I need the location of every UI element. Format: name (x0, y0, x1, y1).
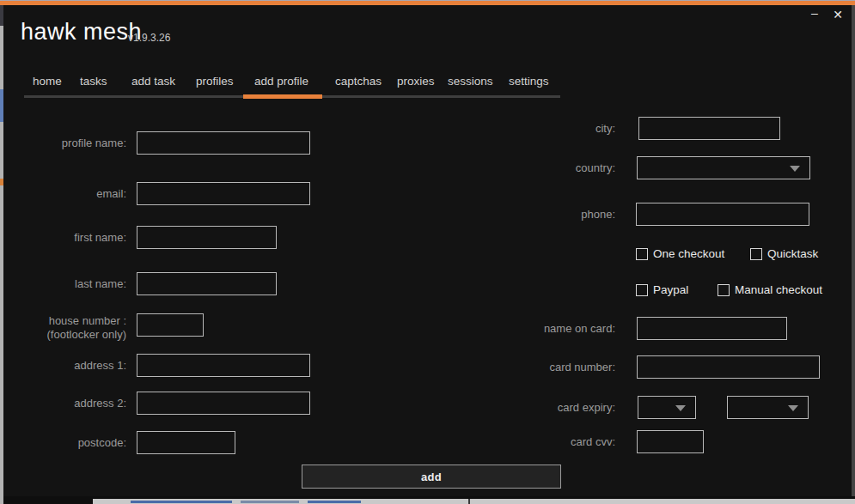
tab-profiles[interactable]: profiles (196, 75, 234, 88)
first-name-input[interactable] (137, 226, 277, 249)
country-label: country: (495, 156, 615, 179)
card-number-label: card number: (495, 355, 615, 379)
app-version: v1.9.3.26 (128, 32, 170, 44)
house-number-label-line1: house number : (6, 314, 126, 328)
add-button[interactable]: add (302, 465, 561, 489)
tab-underline-active (243, 94, 322, 99)
one-checkout-checkbox[interactable] (636, 248, 648, 260)
background-text-fragment (241, 501, 299, 503)
card-cvv-input[interactable] (637, 430, 704, 453)
city-label: city: (495, 117, 615, 140)
card-number-input[interactable] (637, 355, 820, 379)
postcode-input[interactable] (137, 431, 235, 454)
chevron-down-icon (788, 405, 798, 411)
address-1-input[interactable] (137, 354, 310, 377)
background-window-bottom-sliver (93, 499, 855, 504)
quicktask-checkbox[interactable] (750, 248, 762, 260)
manual-checkout-label: Manual checkout (735, 283, 822, 297)
chevron-down-icon (675, 405, 686, 411)
window-right-edge (852, 5, 855, 496)
tab-sessions[interactable]: sessions (448, 75, 493, 88)
email-label: email: (6, 182, 126, 205)
tab-tasks[interactable]: tasks (80, 75, 107, 88)
address-2-label: address 2: (6, 392, 126, 415)
card-cvv-label: card cvv: (495, 430, 615, 453)
address-2-input[interactable] (137, 392, 310, 415)
tab-captchas[interactable]: captchas (335, 75, 382, 88)
paypal-label: Paypal (653, 283, 688, 297)
tab-home[interactable]: home (33, 75, 62, 88)
profile-name-input[interactable] (137, 131, 310, 155)
postcode-label: postcode: (6, 431, 126, 454)
app-title: hawk mesh (21, 19, 142, 46)
country-select[interactable] (637, 156, 810, 179)
app-window: hawk mesh v1.9.3.26 – ✕ home tasks add t… (0, 0, 855, 504)
minimize-button[interactable]: – (806, 5, 823, 21)
background-window-divider (468, 499, 470, 504)
card-expiry-month-select[interactable] (638, 396, 696, 419)
phone-input[interactable] (636, 203, 809, 226)
chevron-down-icon (790, 166, 800, 172)
phone-label: phone: (495, 203, 615, 226)
city-input[interactable] (638, 117, 780, 140)
background-text-fragment (308, 501, 361, 503)
card-expiry-label: card expiry: (495, 396, 615, 419)
tab-proxies[interactable]: proxies (397, 75, 435, 88)
manual-checkout-checkbox[interactable] (718, 284, 730, 296)
email-input[interactable] (137, 182, 310, 205)
close-button[interactable]: ✕ (829, 7, 846, 22)
background-text-fragment (131, 501, 232, 503)
card-expiry-year-select[interactable] (727, 396, 809, 419)
quicktask-label: Quicktask (767, 247, 818, 261)
last-name-label: last name: (6, 272, 126, 295)
first-name-label: first name: (6, 226, 126, 249)
name-on-card-label: name on card: (495, 317, 615, 340)
tab-settings[interactable]: settings (509, 75, 549, 88)
address-1-label: address 1: (6, 354, 126, 377)
house-number-label: house number : (footlocker only) (6, 314, 126, 342)
house-number-label-line2: (footlocker only) (6, 328, 126, 342)
paypal-checkbox[interactable] (636, 284, 648, 296)
house-number-input[interactable] (137, 313, 204, 337)
name-on-card-input[interactable] (637, 317, 787, 340)
tab-add-task[interactable]: add task (131, 75, 175, 88)
last-name-input[interactable] (137, 272, 277, 295)
profile-name-label: profile name: (6, 131, 126, 155)
tab-add-profile[interactable]: add profile (254, 75, 308, 88)
one-checkout-label: One checkout (653, 247, 724, 261)
